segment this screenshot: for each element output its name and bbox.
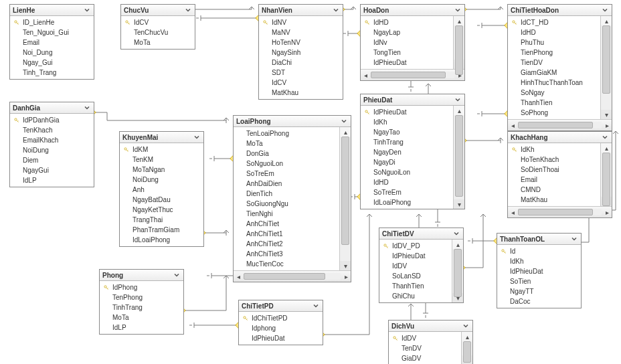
scroll-thumb[interactable] xyxy=(518,122,593,128)
table-header[interactable]: LienHe xyxy=(10,5,94,16)
scroll-track[interactable] xyxy=(518,209,602,215)
column-row[interactable]: NoiDung xyxy=(10,145,94,155)
column-row[interactable]: SoNgay xyxy=(508,88,600,98)
column-row[interactable]: ThanhTien xyxy=(508,98,600,108)
column-row[interactable]: TenLoaiPhong xyxy=(234,128,339,139)
column-row[interactable]: IdCT_HD xyxy=(508,17,600,27)
table-header[interactable]: DanhGia xyxy=(10,102,94,114)
column-row[interactable]: SoNguoiLon xyxy=(234,159,339,169)
column-row[interactable]: MucTienCoc xyxy=(234,259,339,269)
column-row[interactable]: Ngay_Gui xyxy=(10,58,94,68)
column-row[interactable]: SoGiuongNgu xyxy=(234,199,339,209)
chevron-down-icon[interactable] xyxy=(83,104,91,112)
column-row[interactable]: MatKhau xyxy=(508,195,600,205)
scroll-track[interactable] xyxy=(601,25,612,110)
table-header[interactable]: Phong xyxy=(100,270,183,281)
column-row[interactable]: GhiChu xyxy=(379,291,452,301)
column-row[interactable]: DienTich xyxy=(234,189,339,199)
horizontal-scrollbar[interactable]: ◂▸ xyxy=(508,119,612,130)
column-row[interactable]: IdPDanhGia xyxy=(10,115,94,125)
column-row[interactable]: Email xyxy=(508,175,600,185)
column-row[interactable]: IdLoaiPhong xyxy=(120,235,203,245)
column-row[interactable]: NgayKetThuc xyxy=(120,205,203,215)
scroll-track[interactable] xyxy=(518,122,602,128)
scroll-up-icon[interactable]: ▴ xyxy=(601,16,612,25)
scroll-up-icon[interactable]: ▴ xyxy=(340,127,351,136)
scroll-track[interactable] xyxy=(601,153,612,197)
scroll-up-icon[interactable]: ▴ xyxy=(454,16,464,25)
column-row[interactable]: NgayDen xyxy=(361,147,453,157)
vertical-scrollbar[interactable]: ▴▾ xyxy=(600,143,612,206)
chevron-down-icon[interactable] xyxy=(454,96,462,104)
scroll-thumb[interactable] xyxy=(455,25,463,75)
column-row[interactable]: ID_LienHe xyxy=(10,17,94,27)
column-row[interactable]: MoTa xyxy=(234,139,339,149)
scroll-thumb[interactable] xyxy=(455,115,463,197)
scroll-track[interactable] xyxy=(340,136,351,261)
scroll-thumb[interactable] xyxy=(518,209,593,215)
column-row[interactable]: SoNguoiLon xyxy=(361,167,453,177)
table-header[interactable]: ChiTietPD xyxy=(239,300,323,312)
table-ChucVu[interactable]: ChucVuIdCVTenChucVuMoTa xyxy=(120,4,195,50)
table-header[interactable]: ThanhToanOL xyxy=(497,234,581,245)
scroll-up-icon[interactable]: ▴ xyxy=(601,143,612,153)
column-row[interactable]: HinhThucThanhToan xyxy=(508,78,600,88)
scroll-track[interactable] xyxy=(454,115,464,199)
vertical-scrollbar[interactable]: ▴▾ xyxy=(453,106,464,209)
column-row[interactable]: EmailKhach xyxy=(10,135,94,145)
column-row[interactable]: IdLP xyxy=(100,323,183,333)
column-row[interactable]: DaCoc xyxy=(497,296,581,306)
scroll-track[interactable] xyxy=(244,273,341,280)
vertical-scrollbar[interactable]: ▴▾ xyxy=(339,127,351,270)
column-row[interactable]: NgayDi xyxy=(361,157,453,167)
scroll-left-icon[interactable]: ◂ xyxy=(508,207,517,217)
horizontal-scrollbar[interactable]: ◂▸ xyxy=(508,206,612,217)
column-row[interactable]: Anh xyxy=(120,185,203,195)
column-row[interactable]: SoTreEm xyxy=(361,187,453,197)
chevron-down-icon[interactable] xyxy=(454,6,462,14)
column-row[interactable]: MoTa xyxy=(100,312,183,323)
column-row[interactable]: TenDV xyxy=(389,343,461,353)
scroll-track[interactable] xyxy=(454,25,464,60)
column-row[interactable]: CMND xyxy=(508,185,600,195)
scroll-track[interactable] xyxy=(462,341,472,355)
column-row[interactable]: IdHD xyxy=(508,27,600,37)
column-row[interactable]: MaNV xyxy=(259,27,343,37)
scroll-thumb[interactable] xyxy=(602,153,610,206)
table-Phong[interactable]: PhongIdPhongTenPhongTinhTrangMoTaIdLP xyxy=(99,269,184,335)
table-header[interactable]: PhieuDat xyxy=(361,94,464,106)
table-PhieuDat[interactable]: PhieuDatIdPhieuDatIdKhNgayTaoTinhTrangNg… xyxy=(360,94,465,209)
table-header[interactable]: KhuyenMai xyxy=(120,132,203,143)
table-HoaDon[interactable]: HoaDonIdHDNgayLapIdNvTongTienIdPhieuDat▴… xyxy=(360,4,465,81)
scroll-track[interactable] xyxy=(452,249,463,293)
column-row[interactable]: AnhChiTiet2 xyxy=(234,239,339,249)
column-row[interactable]: PhuThu xyxy=(508,37,600,48)
table-ChiTietHoaDon[interactable]: ChiTietHoaDonIdCT_HDIdHDPhuThuTienPhongT… xyxy=(507,4,612,131)
column-row[interactable]: IdKM xyxy=(120,145,203,155)
column-row[interactable]: TienPhong xyxy=(508,48,600,58)
scroll-right-icon[interactable]: ▸ xyxy=(602,120,612,130)
column-row[interactable]: TinhTrang xyxy=(100,302,183,312)
column-row[interactable]: Tinh_Trang xyxy=(10,68,94,78)
scroll-up-icon[interactable]: ▴ xyxy=(454,106,464,115)
chevron-down-icon[interactable] xyxy=(570,235,578,243)
scroll-track[interactable] xyxy=(371,72,454,78)
chevron-down-icon[interactable] xyxy=(312,302,320,310)
table-header[interactable]: ChiTietHoaDon xyxy=(508,5,612,16)
column-row[interactable]: Noi_Dung xyxy=(10,48,94,58)
table-header[interactable]: KhachHang xyxy=(508,132,612,143)
table-KhachHang[interactable]: KhachHangIdKhHoTenKhachSoDienThoaiEmailC… xyxy=(507,131,612,218)
table-KhuyenMai[interactable]: KhuyenMaiIdKMTenKMMoTaNganNoiDungAnhNgay… xyxy=(119,131,204,247)
chevron-down-icon[interactable] xyxy=(83,6,91,14)
vertical-scrollbar[interactable]: ▴▾ xyxy=(452,240,463,302)
horizontal-scrollbar[interactable]: ◂▸ xyxy=(361,69,464,80)
column-row[interactable]: IdKh xyxy=(497,256,581,266)
chevron-down-icon[interactable] xyxy=(462,322,470,330)
table-ChiTietPD[interactable]: ChiTietPDIdChiTietPDIdphongIdPhieuDat xyxy=(238,300,323,345)
column-row[interactable]: AnhChiTiet1 xyxy=(234,229,339,239)
column-row[interactable]: AnhChiTiet3 xyxy=(234,249,339,259)
table-header[interactable]: HoaDon xyxy=(361,5,464,16)
scroll-thumb[interactable] xyxy=(371,72,446,78)
scroll-down-icon[interactable]: ▾ xyxy=(601,110,612,119)
column-row[interactable]: IdPhieuDat xyxy=(239,333,323,343)
